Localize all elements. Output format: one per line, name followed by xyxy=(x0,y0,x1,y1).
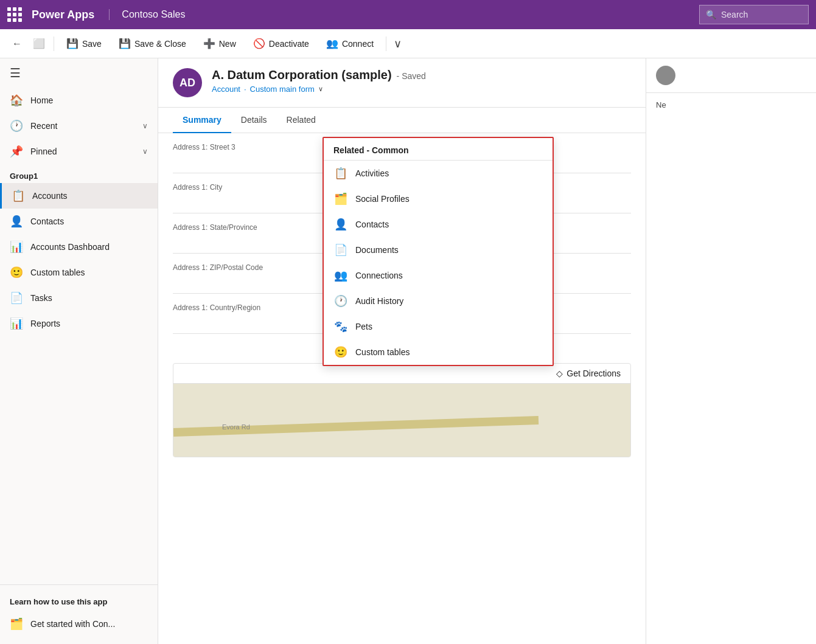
save-close-label: Save & Close xyxy=(134,39,186,49)
get-started-icon: 🗂️ xyxy=(10,617,23,631)
hamburger-button[interactable]: ☰ xyxy=(0,58,158,88)
map-road-label: Evora Rd xyxy=(222,423,250,431)
right-panel-header xyxy=(646,58,816,93)
related-item-documents[interactable]: 📄 Documents xyxy=(324,237,553,263)
related-audit-history-label: Audit History xyxy=(355,296,403,306)
tab-related-label: Related xyxy=(287,115,316,125)
sidebar-item-custom-tables[interactable]: 🙂 Custom tables xyxy=(0,260,158,285)
popout-button[interactable]: ⬜ xyxy=(29,34,49,54)
command-bar: ← ⬜ 💾 Save 💾 Save & Close ➕ New 🚫 Deacti… xyxy=(0,29,816,58)
accounts-icon: 📋 xyxy=(12,189,25,203)
sidebar-item-accounts[interactable]: 📋 Accounts xyxy=(0,183,158,209)
save-button[interactable]: 💾 Save xyxy=(59,34,109,53)
sidebar-item-pinned[interactable]: 📌 Pinned ∨ xyxy=(0,139,158,164)
related-custom-tables-label: Custom tables xyxy=(355,347,410,357)
contacts-icon: 👤 xyxy=(10,215,23,228)
sidebar-item-accounts-dashboard-label: Accounts Dashboard xyxy=(30,242,110,252)
sidebar-item-home[interactable]: 🏠 Home xyxy=(0,88,158,113)
map-header: ◇ Get Directions xyxy=(173,364,630,384)
related-item-custom-tables[interactable]: 🙂 Custom tables xyxy=(324,339,553,365)
related-pets-label: Pets xyxy=(355,322,372,331)
get-started-link[interactable]: 🗂️ Get started with Con... xyxy=(0,611,158,637)
record-title: A. Datum Corporation (sample) xyxy=(212,68,392,82)
top-bar: Power Apps Contoso Sales 🔍 Search xyxy=(0,0,816,29)
sidebar-item-reports-label: Reports xyxy=(30,319,60,328)
form-chevron-icon[interactable]: ∨ xyxy=(318,85,323,93)
search-label: Search xyxy=(721,10,748,19)
separator-1 xyxy=(54,36,54,51)
sidebar-item-contacts[interactable]: 👤 Contacts xyxy=(0,209,158,234)
save-label: Save xyxy=(82,39,102,49)
related-item-connections[interactable]: 👥 Connections xyxy=(324,263,553,288)
tab-details-label: Details xyxy=(241,115,267,125)
related-item-activities[interactable]: 📋 Activities xyxy=(324,161,553,186)
related-item-contacts[interactable]: 👤 Contacts xyxy=(324,212,553,237)
deactivate-button[interactable]: 🚫 Deactivate xyxy=(246,34,316,53)
search-box[interactable]: 🔍 Search xyxy=(699,5,809,24)
record-avatar: AD xyxy=(173,68,202,97)
sidebar-item-tasks-label: Tasks xyxy=(30,293,52,303)
sidebar-item-accounts-dashboard[interactable]: 📊 Accounts Dashboard xyxy=(0,234,158,260)
directions-icon: ◇ xyxy=(556,369,563,378)
related-contacts-label: Contacts xyxy=(355,220,389,229)
separator-2 xyxy=(386,36,386,51)
record-subtitle: Account · Custom main form ∨ xyxy=(212,85,426,94)
right-panel-circle xyxy=(656,66,675,85)
sidebar-item-contacts-label: Contacts xyxy=(30,216,64,226)
save-close-button[interactable]: 💾 Save & Close xyxy=(111,34,194,53)
sidebar-item-accounts-label: Accounts xyxy=(32,191,68,201)
connections-icon: 👥 xyxy=(333,269,348,282)
map-svg: Evora Rd xyxy=(173,384,630,457)
tab-related[interactable]: Related xyxy=(277,108,326,133)
sidebar-item-tasks[interactable]: 📄 Tasks xyxy=(0,285,158,311)
recent-icon: 🕐 xyxy=(10,119,23,133)
new-button[interactable]: ➕ New xyxy=(196,34,243,53)
related-connections-label: Connections xyxy=(355,271,403,280)
related-documents-label: Documents xyxy=(355,245,399,255)
related-contacts-icon: 👤 xyxy=(333,218,348,231)
back-button[interactable]: ← xyxy=(7,34,27,54)
sidebar-item-home-label: Home xyxy=(30,95,53,105)
home-icon: 🏠 xyxy=(10,94,23,107)
related-dropdown-panel: Related - Common 📋 Activities 🗂️ Social … xyxy=(323,137,554,366)
pinned-chevron-icon: ∨ xyxy=(142,147,148,156)
tab-summary[interactable]: Summary xyxy=(173,108,231,133)
reports-icon: 📊 xyxy=(10,317,23,330)
right-new-label: Ne xyxy=(656,100,806,109)
map-section: ◇ Get Directions Evora Rd xyxy=(173,363,631,457)
right-panel-content: Ne xyxy=(646,93,816,122)
search-icon: 🔍 xyxy=(706,10,716,19)
pets-icon: 🐾 xyxy=(333,320,348,333)
connect-icon: 👥 xyxy=(326,38,338,49)
tab-details[interactable]: Details xyxy=(231,108,277,133)
social-profiles-icon: 🗂️ xyxy=(333,192,348,206)
deactivate-label: Deactivate xyxy=(269,39,309,49)
main-content: AD A. Datum Corporation (sample) - Saved… xyxy=(158,58,646,644)
related-item-pets[interactable]: 🐾 Pets xyxy=(324,314,553,339)
save-icon: 💾 xyxy=(66,38,78,49)
sidebar-item-recent[interactable]: 🕐 Recent ∨ xyxy=(0,113,158,139)
recent-chevron-icon: ∨ xyxy=(142,122,148,130)
new-label: New xyxy=(219,39,236,49)
connect-button[interactable]: 👥 Connect xyxy=(319,34,381,53)
related-activities-label: Activities xyxy=(355,168,389,178)
pinned-icon: 📌 xyxy=(10,145,23,158)
group-label: Group1 xyxy=(0,164,158,183)
more-button[interactable]: ∨ xyxy=(391,33,404,54)
get-directions-button[interactable]: ◇ Get Directions xyxy=(556,369,621,378)
connect-label: Connect xyxy=(342,39,374,49)
sidebar-item-reports[interactable]: 📊 Reports xyxy=(0,311,158,336)
related-item-social-profiles[interactable]: 🗂️ Social Profiles xyxy=(324,186,553,212)
form-selector[interactable]: Custom main form xyxy=(250,85,315,94)
related-social-profiles-label: Social Profiles xyxy=(355,194,410,204)
app-launcher-icon[interactable] xyxy=(7,7,22,22)
related-dropdown-header: Related - Common xyxy=(324,138,553,161)
accounts-dashboard-icon: 📊 xyxy=(10,240,23,254)
app-title: Power Apps xyxy=(32,9,94,21)
sidebar-bottom: Learn how to use this app 🗂️ Get started… xyxy=(0,584,158,644)
activities-icon: 📋 xyxy=(333,167,348,180)
custom-tables-related-icon: 🙂 xyxy=(333,345,348,359)
map-placeholder: Evora Rd xyxy=(173,384,630,457)
related-item-audit-history[interactable]: 🕐 Audit History xyxy=(324,288,553,314)
svg-rect-0 xyxy=(173,384,630,457)
